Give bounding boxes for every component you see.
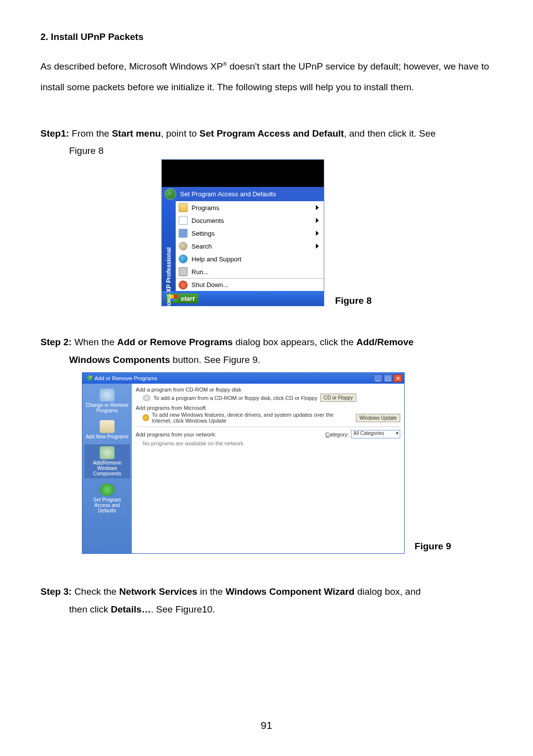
empty-message: No programs are available on the network <box>143 440 400 446</box>
cd-floppy-button[interactable]: CD or Floppy <box>320 394 356 402</box>
cd-icon <box>143 395 151 401</box>
figure8-label: Figure 8 <box>335 295 372 306</box>
step1-line: Step1: From the Start menu, point to Set… <box>40 123 493 144</box>
chevron-right-icon <box>316 205 319 210</box>
menu-item-help[interactable]: Help and Support <box>176 252 324 265</box>
windows-update-button[interactable]: Windows Update <box>356 414 400 422</box>
sidebar-set-defaults[interactable]: Set Program Access and Defaults <box>84 481 130 515</box>
search-icon <box>179 242 188 251</box>
defaults-icon <box>100 483 114 496</box>
group2-title: Add programs from Microsoft <box>136 405 400 411</box>
group2-desc: To add new Windows features, device driv… <box>152 412 353 424</box>
section-heading: 2. Install UPnP Packets <box>40 32 493 42</box>
group3-title: Add programs from your network: <box>136 432 216 437</box>
para-part1: As described before, Microsoft Windows X… <box>40 61 223 72</box>
start-menu-sidebar: Windows XP Professional <box>162 201 176 291</box>
step2-line: Step 2: When the Add or Remove Programs … <box>40 332 493 353</box>
minimize-button[interactable]: _ <box>374 374 382 382</box>
step1-figref: Figure 8 <box>69 145 493 156</box>
chevron-right-icon <box>316 218 319 223</box>
arp-sidebar: Change or Remove Programs Add New Progra… <box>82 384 132 553</box>
intro-paragraph: As described before, Microsoft Windows X… <box>40 56 493 98</box>
group1-desc: To add a program from a CD-ROM or floppy… <box>153 395 317 401</box>
taskbar: start <box>162 291 324 306</box>
page-number: 91 <box>0 720 533 731</box>
documents-icon <box>179 216 188 225</box>
menu-item-run[interactable]: Run... <box>176 265 324 278</box>
highlighted-label: Set Program Access and Defaults <box>180 190 276 198</box>
sidebar-change-remove[interactable]: Change or Remove Programs <box>84 387 130 415</box>
figure9-label: Figure 9 <box>415 541 451 552</box>
category-dropdown[interactable]: All Categories <box>351 430 400 438</box>
group1-title: Add a program from CD-ROM or floppy disk <box>136 387 400 393</box>
change-remove-icon <box>100 389 114 401</box>
sidebar-add-new[interactable]: Add New Programs <box>84 418 130 441</box>
menu-item-search[interactable]: Search <box>176 240 324 252</box>
dialog-titlebar[interactable]: 🧩 Add or Remove Programs _ ▢ ✕ <box>82 373 404 384</box>
sidebar-add-windows-components[interactable]: Add/Remove Windows Components <box>84 444 130 478</box>
close-button[interactable]: ✕ <box>393 374 402 382</box>
step3-continuation: then click Details…. See Figure10. <box>69 604 493 615</box>
programs-icon <box>179 203 188 212</box>
step3-label: Step 3: <box>40 586 72 597</box>
step2-continuation: Windows Components button. See Figure 9. <box>69 355 493 365</box>
figure8-start-menu: Set Program Access and Defaults Windows … <box>161 159 324 306</box>
menu-item-programs[interactable]: Programs <box>176 201 324 214</box>
chevron-right-icon <box>316 244 319 249</box>
menu-item-shutdown[interactable]: Shut Down... <box>176 278 324 291</box>
registered-mark: ® <box>223 61 227 67</box>
arp-main-pane: Add a program from CD-ROM or floppy disk… <box>132 384 404 553</box>
maximize-button[interactable]: ▢ <box>383 374 392 382</box>
chevron-right-icon <box>316 231 319 236</box>
step2-label: Step 2: <box>40 337 72 347</box>
category-label: Category: <box>325 432 349 437</box>
windows-components-icon <box>100 446 114 459</box>
start-menu-highlighted-item[interactable]: Set Program Access and Defaults <box>162 187 324 201</box>
dialog-title: Add or Remove Programs <box>95 375 157 381</box>
run-icon <box>179 267 188 276</box>
help-icon <box>179 254 188 263</box>
start-menu-sidebar-label: Windows XP Professional <box>165 248 172 320</box>
settings-icon <box>179 229 188 238</box>
set-program-access-icon <box>165 188 176 200</box>
windows-update-icon <box>143 414 149 421</box>
step3-line: Step 3: Check the Network Services in th… <box>40 581 493 602</box>
figure9-add-remove-dialog: 🧩 Add or Remove Programs _ ▢ ✕ Change or… <box>82 372 405 554</box>
menu-item-settings[interactable]: Settings <box>176 227 324 240</box>
step1-label: Step1: <box>40 128 69 139</box>
add-new-icon <box>100 420 114 433</box>
menu-item-documents[interactable]: Documents <box>176 214 324 227</box>
shutdown-icon <box>179 281 188 289</box>
start-menu-top-black <box>162 160 324 187</box>
